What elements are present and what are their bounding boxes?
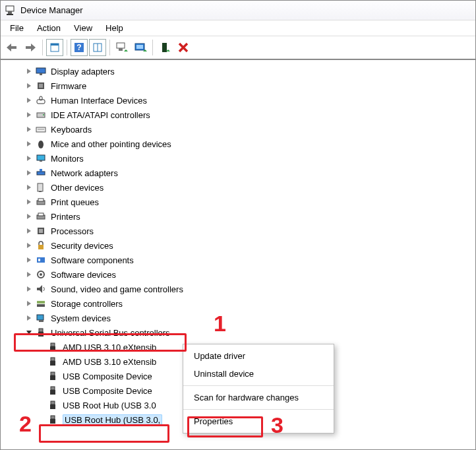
ctx-scan-hardware[interactable]: Scan for hardware changes xyxy=(183,389,334,406)
svg-rect-69 xyxy=(39,320,44,322)
tree-item-label: Firmware xyxy=(51,81,86,91)
menu-file[interactable]: File xyxy=(3,22,30,34)
keyboard-icon xyxy=(35,123,47,135)
tree-item-ide[interactable]: IDE ATA/ATAPI controllers xyxy=(9,108,475,122)
tree-item-network[interactable]: Network adapters xyxy=(9,166,475,180)
tree-item-system[interactable]: System devices xyxy=(9,311,475,325)
svg-rect-82 xyxy=(50,404,55,409)
usb-icon xyxy=(47,399,59,411)
tree-item-sw-devices[interactable]: Software devices xyxy=(9,267,475,282)
svg-marker-25 xyxy=(27,98,31,103)
tree-item-label: Other devices xyxy=(51,183,104,193)
ctx-update-driver[interactable]: Update driver xyxy=(183,347,334,365)
tree-item-keyboards[interactable]: Keyboards xyxy=(9,122,475,137)
back-button[interactable] xyxy=(3,39,20,56)
help-button[interactable]: ? xyxy=(71,39,88,56)
ctx-properties[interactable]: Properties xyxy=(183,412,334,430)
tree-item-other[interactable]: Other devices xyxy=(9,180,475,195)
svg-rect-76 xyxy=(50,361,55,366)
chevron-right-icon xyxy=(24,313,34,323)
menu-help[interactable]: Help xyxy=(99,22,130,34)
properties-button[interactable] xyxy=(46,39,63,56)
svg-rect-75 xyxy=(51,358,55,361)
menu-bar: File Action View Help xyxy=(1,20,475,36)
enable-button[interactable] xyxy=(156,39,173,56)
annotation-box-2 xyxy=(39,424,169,443)
chevron-right-icon xyxy=(24,212,34,221)
tree-item-usb-controllers[interactable]: Universal Serial Bus controllers xyxy=(9,325,475,340)
tree-item-sound[interactable]: Sound, video and game controllers xyxy=(9,282,475,296)
svg-marker-67 xyxy=(27,315,31,321)
tree-item-monitors[interactable]: Monitors xyxy=(9,151,475,166)
svg-rect-72 xyxy=(38,332,44,337)
menu-view[interactable]: View xyxy=(67,22,99,34)
svg-marker-19 xyxy=(27,69,31,74)
svg-point-30 xyxy=(43,114,44,115)
tree-item-storage[interactable]: Storage controllers xyxy=(9,296,475,311)
toolbar-sep xyxy=(42,40,43,55)
tree-item-label: Human Interface Devices xyxy=(51,96,147,106)
svg-rect-78 xyxy=(50,375,55,380)
tree-item-label: Print queues xyxy=(51,197,99,207)
tree-item-sw-components[interactable]: Software components xyxy=(9,253,475,267)
tree-item-mice[interactable]: Mice and other pointing devices xyxy=(9,137,475,151)
chevron-right-icon xyxy=(24,255,34,265)
svg-rect-47 xyxy=(38,199,44,201)
svg-marker-34 xyxy=(27,141,31,146)
forward-button[interactable] xyxy=(22,39,39,56)
tree-item-firmware[interactable]: Firmware xyxy=(9,79,475,93)
menu-action[interactable]: Action xyxy=(30,22,67,34)
update-driver-button[interactable] xyxy=(132,39,149,56)
tree-item-label: Sound, video and game controllers xyxy=(51,284,183,294)
svg-point-35 xyxy=(38,141,44,148)
svg-rect-41 xyxy=(40,169,42,172)
svg-rect-40 xyxy=(37,172,45,175)
gear-icon xyxy=(35,269,47,280)
svg-rect-0 xyxy=(6,6,14,11)
tree-item-print-queues[interactable]: Print queues xyxy=(9,195,475,209)
svg-rect-68 xyxy=(37,315,44,320)
usb-icon xyxy=(47,414,59,426)
chevron-right-icon xyxy=(24,67,34,76)
window-title: Device Manager xyxy=(20,5,83,15)
tree-item-label: IDE ATA/ATAPI controllers xyxy=(51,110,150,120)
ctx-separator xyxy=(183,409,334,410)
svg-rect-74 xyxy=(50,346,55,351)
svg-rect-53 xyxy=(39,229,43,233)
storage-icon xyxy=(35,298,47,309)
scan-button[interactable] xyxy=(113,39,131,56)
speaker-icon xyxy=(35,283,47,295)
delete-button[interactable] xyxy=(175,39,192,56)
svg-rect-24 xyxy=(39,84,43,88)
svg-marker-42 xyxy=(27,185,31,190)
chevron-right-icon xyxy=(24,197,34,207)
toolbar: ? xyxy=(1,36,475,60)
chevron-right-icon xyxy=(24,139,34,148)
svg-point-61 xyxy=(40,273,42,276)
svg-marker-28 xyxy=(27,112,31,117)
tree-item-label: System devices xyxy=(51,313,111,323)
svg-rect-79 xyxy=(51,387,55,390)
svg-rect-81 xyxy=(51,401,55,404)
tree-item-display-adapters[interactable]: Display adapters xyxy=(9,64,475,79)
tree-item-security[interactable]: Security devices xyxy=(9,238,475,253)
ctx-uninstall-device[interactable]: Uninstall device xyxy=(183,365,334,383)
chip-icon xyxy=(35,80,47,92)
chevron-right-icon xyxy=(24,284,34,294)
tree-item-label: Universal Serial Bus controllers xyxy=(51,328,170,338)
svg-marker-3 xyxy=(7,44,16,51)
tree-item-hid[interactable]: Human Interface Devices xyxy=(9,93,475,108)
svg-rect-58 xyxy=(38,259,40,261)
chevron-right-icon xyxy=(24,226,34,236)
svg-rect-21 xyxy=(40,73,42,75)
svg-marker-36 xyxy=(27,156,31,161)
monitor-icon xyxy=(35,152,47,164)
chevron-right-icon xyxy=(24,125,34,134)
panel-button[interactable] xyxy=(89,39,106,56)
tree-item-printers[interactable]: Printers xyxy=(9,209,475,224)
svg-rect-50 xyxy=(38,213,44,216)
svg-rect-15 xyxy=(136,45,143,49)
tree-item-processors[interactable]: Processors xyxy=(9,224,475,238)
toolbar-sep xyxy=(152,40,153,55)
drive-icon xyxy=(35,109,47,121)
